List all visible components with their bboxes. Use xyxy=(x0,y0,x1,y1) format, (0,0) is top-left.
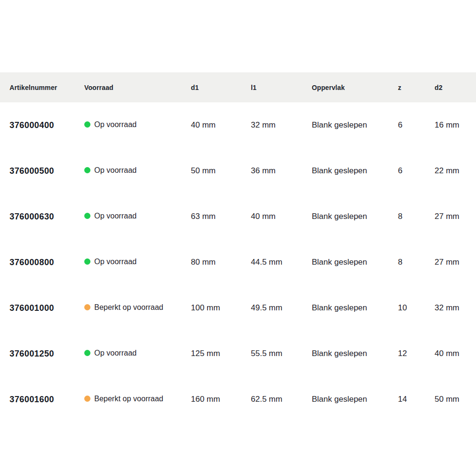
stock-status: Op voorraad xyxy=(84,120,137,129)
top-whitespace xyxy=(0,0,476,72)
z-value: 8 xyxy=(388,194,425,239)
table-row[interactable]: 376001000 Beperkt op voorraad 100 mm 49.… xyxy=(0,285,476,331)
stock-status-label: Op voorraad xyxy=(94,258,137,266)
stock-status: Beperkt op voorraad xyxy=(84,303,163,312)
d2-value: 50 mm xyxy=(425,377,476,422)
column-header-artikelnummer: Artikelnummer xyxy=(0,72,75,102)
l1-value: 49.5 mm xyxy=(241,285,302,331)
stock-status-label: Beperkt op voorraad xyxy=(94,303,163,312)
z-value: 6 xyxy=(388,148,425,194)
stock-status-label: Op voorraad xyxy=(94,349,137,357)
table-body: 376000400 Op voorraad 40 mm 32 mm Blank … xyxy=(0,102,476,422)
d1-value: 125 mm xyxy=(181,331,241,377)
z-value: 6 xyxy=(388,102,425,148)
table-row[interactable]: 376000800 Op voorraad 80 mm 44.5 mm Blan… xyxy=(0,239,476,285)
stock-status: Op voorraad xyxy=(84,166,137,175)
l1-value: 32 mm xyxy=(241,102,302,148)
l1-value: 44.5 mm xyxy=(241,239,302,285)
oppervlak-value: Blank geslepen xyxy=(302,148,388,194)
z-value: 10 xyxy=(388,285,425,331)
column-header-l1: l1 xyxy=(241,72,302,102)
table-header: Artikelnummer Voorraad d1 l1 Oppervlak z… xyxy=(0,72,476,102)
stock-status-dot-icon xyxy=(84,304,90,310)
stock-status-dot-icon xyxy=(84,396,90,402)
table-row[interactable]: 376000400 Op voorraad 40 mm 32 mm Blank … xyxy=(0,102,476,148)
oppervlak-value: Blank geslepen xyxy=(302,194,388,239)
table-header-row: Artikelnummer Voorraad d1 l1 Oppervlak z… xyxy=(0,72,476,102)
article-number[interactable]: 376000400 xyxy=(0,102,75,148)
stock-cell: Op voorraad xyxy=(75,331,181,377)
stock-cell: Op voorraad xyxy=(75,239,181,285)
oppervlak-value: Blank geslepen xyxy=(302,239,388,285)
product-variant-table: Artikelnummer Voorraad d1 l1 Oppervlak z… xyxy=(0,72,476,422)
l1-value: 62.5 mm xyxy=(241,377,302,422)
d1-value: 160 mm xyxy=(181,377,241,422)
stock-status-label: Op voorraad xyxy=(94,212,137,220)
d1-value: 40 mm xyxy=(181,102,241,148)
d1-value: 100 mm xyxy=(181,285,241,331)
stock-status: Op voorraad xyxy=(84,258,137,266)
stock-cell: Beperkt op voorraad xyxy=(75,377,181,422)
article-number[interactable]: 376001600 xyxy=(0,377,75,422)
column-header-d2: d2 xyxy=(425,72,476,102)
d2-value: 16 mm xyxy=(425,102,476,148)
d2-value: 27 mm xyxy=(425,239,476,285)
article-number[interactable]: 376001250 xyxy=(0,331,75,377)
d1-value: 50 mm xyxy=(181,148,241,194)
l1-value: 55.5 mm xyxy=(241,331,302,377)
table-row[interactable]: 376001250 Op voorraad 125 mm 55.5 mm Bla… xyxy=(0,331,476,377)
stock-status-label: Op voorraad xyxy=(94,120,137,129)
stock-status-label: Op voorraad xyxy=(94,166,137,175)
table-row[interactable]: 376001600 Beperkt op voorraad 160 mm 62.… xyxy=(0,377,476,422)
l1-value: 40 mm xyxy=(241,194,302,239)
stock-status: Beperkt op voorraad xyxy=(84,395,163,403)
product-variant-page: Artikelnummer Voorraad d1 l1 Oppervlak z… xyxy=(0,0,476,476)
column-header-oppervlak: Oppervlak xyxy=(302,72,388,102)
column-header-voorraad: Voorraad xyxy=(75,72,181,102)
d1-value: 80 mm xyxy=(181,239,241,285)
article-number[interactable]: 376001000 xyxy=(0,285,75,331)
stock-cell: Op voorraad xyxy=(75,148,181,194)
stock-cell: Op voorraad xyxy=(75,102,181,148)
stock-status-dot-icon xyxy=(84,258,90,265)
column-header-d1: d1 xyxy=(181,72,241,102)
column-header-z: z xyxy=(388,72,425,102)
l1-value: 36 mm xyxy=(241,148,302,194)
oppervlak-value: Blank geslepen xyxy=(302,377,388,422)
oppervlak-value: Blank geslepen xyxy=(302,331,388,377)
stock-status-label: Beperkt op voorraad xyxy=(94,395,163,403)
z-value: 8 xyxy=(388,239,425,285)
stock-status-dot-icon xyxy=(84,350,90,356)
stock-status-dot-icon xyxy=(84,167,90,173)
d1-value: 63 mm xyxy=(181,194,241,239)
stock-cell: Op voorraad xyxy=(75,194,181,239)
z-value: 14 xyxy=(388,377,425,422)
stock-status-dot-icon xyxy=(84,121,90,128)
stock-status: Op voorraad xyxy=(84,349,137,357)
d2-value: 27 mm xyxy=(425,194,476,239)
z-value: 12 xyxy=(388,331,425,377)
oppervlak-value: Blank geslepen xyxy=(302,285,388,331)
article-number[interactable]: 376000800 xyxy=(0,239,75,285)
stock-cell: Beperkt op voorraad xyxy=(75,285,181,331)
d2-value: 40 mm xyxy=(425,331,476,377)
article-number[interactable]: 376000630 xyxy=(0,194,75,239)
stock-status-dot-icon xyxy=(84,213,90,219)
article-number[interactable]: 376000500 xyxy=(0,148,75,194)
d2-value: 22 mm xyxy=(425,148,476,194)
table-row[interactable]: 376000630 Op voorraad 63 mm 40 mm Blank … xyxy=(0,194,476,239)
d2-value: 32 mm xyxy=(425,285,476,331)
oppervlak-value: Blank geslepen xyxy=(302,102,388,148)
stock-status: Op voorraad xyxy=(84,212,137,220)
table-row[interactable]: 376000500 Op voorraad 50 mm 36 mm Blank … xyxy=(0,148,476,194)
